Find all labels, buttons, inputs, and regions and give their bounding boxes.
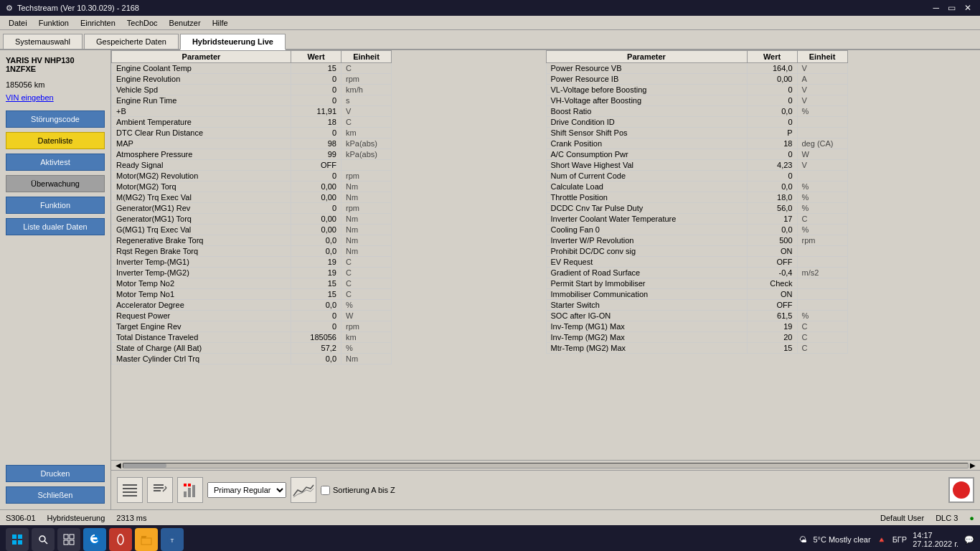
right-value-cell: 15 [747,343,797,354]
left-value-cell: 0 [291,321,341,332]
left-unit-cell: Nm [341,354,392,364]
right-table-row: Short Wave Highest Val 4,23 V [546,160,847,171]
schliessen-button[interactable]: Schließen [6,486,105,504]
toolbar-icon-3[interactable] [177,477,203,503]
search-button[interactable] [32,528,55,551]
horizontal-scrollbar[interactable]: ◀ ▶ [111,460,980,470]
toolbar-icon-1[interactable] [117,477,143,503]
vin-link[interactable]: VIN eingeben [6,93,105,102]
svg-point-24 [116,534,126,545]
right-param-cell: EV Request [546,257,747,268]
primary-select[interactable]: Primary Regular Secondary [207,482,286,498]
right-unit-cell [797,300,847,311]
left-value-cell: 15 [291,278,341,289]
menubar: Datei Funktion Einrichten TechDoc Benutz… [0,16,980,30]
left-unit-cell: km [341,332,392,343]
tab-gespeicherte-daten[interactable]: Gespeicherte Daten [84,34,179,49]
scrollbar-thumb[interactable] [123,463,166,468]
right-value-cell: 0 [747,117,797,128]
right-unit-cell: % [797,311,847,321]
explorer-taskbar-app[interactable] [135,528,158,551]
tab-hybridsteuerung-live[interactable]: Hybridsteuerung Live [180,34,286,50]
right-unit-cell: % [797,225,847,235]
left-param-cell: Motor(MG2) Torq [112,182,291,192]
svg-rect-14 [12,534,17,539]
left-unit-cell: km [341,128,392,138]
liste-dualer-daten-button[interactable]: Liste dualer Daten [6,218,105,235]
right-table-row: DCDC Cnv Tar Pulse Duty 56,0 % [546,203,847,214]
sidebar: YARIS HV NHP1301NZFXE 185056 km VIN eing… [0,50,111,509]
left-param-cell: State of Charge (All Bat) [112,343,291,354]
toolbar-icon-4[interactable] [291,477,316,503]
toolbar-icon-2[interactable] [147,477,173,503]
right-param-cell: DCDC Cnv Tar Pulse Duty [546,203,747,214]
table-container[interactable]: Parameter Wert Einheit Engine Coolant Te… [111,50,980,460]
scrollbar-track[interactable] [123,463,969,468]
right-value-cell: 164,0 [747,63,797,74]
uberwachung-button[interactable]: Überwachung [6,175,105,192]
menu-funktion[interactable]: Funktion [33,17,75,29]
left-value-cell: 0,00 [291,214,341,225]
statusbar-right: Default User DLC 3 ● [880,514,974,522]
taskview-button[interactable] [57,528,80,551]
right-unit-cell: deg (CA) [797,138,847,149]
sort-checkbox-label[interactable]: Sortierung A bis Z [321,486,395,495]
edge-taskbar-app[interactable] [83,528,106,551]
right-table-row: Boost Ratio 0,0 % [546,106,847,117]
notification-icon[interactable]: 💬 [964,535,974,545]
funktion-button[interactable]: Funktion [6,197,105,214]
scroll-left-btn[interactable]: ◀ [114,461,123,469]
left-table-row: Generator(MG1) Torq 0,00 Nm [112,214,392,225]
datenliste-button[interactable]: Datenliste [6,132,105,149]
start-button[interactable] [6,528,29,551]
sort-checkbox[interactable] [321,486,330,495]
opera-taskbar-app[interactable] [109,528,132,551]
close-button[interactable]: ✕ [961,3,974,13]
left-value-cell: 0,0 [291,300,341,311]
tables-wrapper: Parameter Wert Einheit Engine Coolant Te… [111,50,980,460]
menu-einrichten[interactable]: Einrichten [75,17,121,29]
right-param-cell: Mtr-Temp (MG2) Max [546,343,747,354]
left-table-row: Regenerative Brake Torq 0,0 Nm [112,235,392,246]
menu-hilfe[interactable]: Hilfe [207,17,234,29]
search-icon [37,534,49,545]
left-unit-cell: Nm [341,182,392,192]
left-unit-cell: C [341,117,392,128]
minimize-button[interactable]: ─ [930,3,942,13]
right-table-row: Calculate Load 0,0 % [546,182,847,192]
storungscode-button[interactable]: Störungscode [6,110,105,128]
tab-systemauswahl[interactable]: Systemauswahl [3,34,83,49]
svg-rect-12 [184,484,187,486]
left-value-header: Wert [291,51,341,63]
aktivtest-button[interactable]: Aktivtest [6,154,105,171]
mileage: 185056 km [6,80,105,89]
menu-datei[interactable]: Datei [3,17,33,29]
drucken-button[interactable]: Drucken [6,465,105,482]
record-button[interactable] [948,477,974,503]
left-value-cell: 0 [291,203,341,214]
maximize-button[interactable]: ▭ [945,3,958,13]
status-user: Default User [880,514,924,522]
left-value-cell: 0 [291,311,341,321]
right-unit-cell: C [797,332,847,343]
car-model: YARIS HV NHP1301NZFXE [6,56,105,73]
svg-rect-6 [154,490,161,491]
right-table-row: VH-Voltage after Boosting 0 V [546,95,847,106]
scroll-right-btn[interactable]: ▶ [969,461,977,469]
left-value-cell: 0,0 [291,354,341,364]
right-value-cell: 0,00 [747,74,797,85]
right-value-header: Wert [747,51,797,63]
svg-rect-0 [123,484,137,486]
left-table-row: Vehicle Spd 0 km/h [112,85,392,95]
left-unit-cell: C [341,268,392,278]
taskbar-left: T [6,528,184,551]
techstream-taskbar-app[interactable]: T [161,528,184,551]
svg-rect-17 [18,540,22,545]
menu-techdoc[interactable]: TechDoc [121,17,164,29]
left-table-row: Motor Temp No1 15 C [112,289,392,300]
right-unit-cell: V [797,63,847,74]
menu-benutzer[interactable]: Benutzer [164,17,207,29]
right-unit-cell: V [797,95,847,106]
right-value-cell: 61,5 [747,311,797,321]
right-table-row: Starter Switch OFF [546,300,847,311]
